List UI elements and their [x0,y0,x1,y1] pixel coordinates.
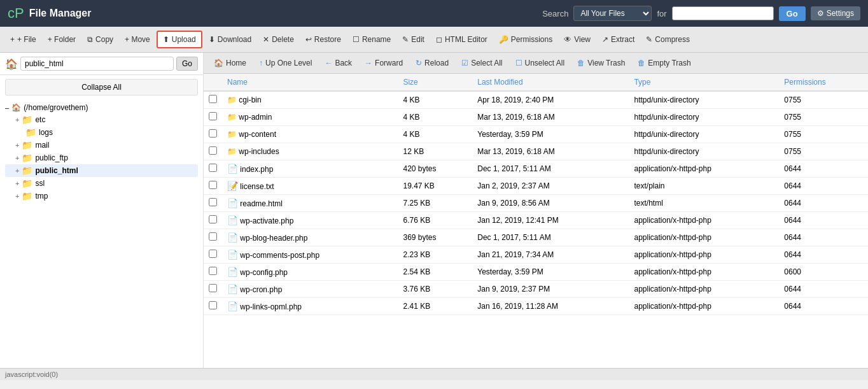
row-type: application/x-httpd-php [629,264,779,281]
row-size: 19.47 KB [398,178,472,195]
html-editor-button[interactable]: ◻ HTML Editor [431,32,493,47]
path-go-button[interactable]: Go [176,57,198,71]
tree-item-home[interactable]: – 🏠 (/home/grovethem) [5,102,198,113]
row-checkbox[interactable] [209,215,217,223]
expand-icon: + [15,192,19,200]
row-type: text/html [629,195,779,212]
tree-item-public-html[interactable]: + 📁 public_html [5,164,198,177]
row-checkbox[interactable] [209,164,217,172]
table-row[interactable]: 📁 cgi-bin 4 KB Apr 18, 2019, 2:40 PM htt… [204,91,868,109]
folder-icon: 📁 [22,178,32,188]
tree-item-tmp[interactable]: + 📁 tmp [5,190,198,202]
row-permissions: 0755 [779,126,868,143]
settings-button[interactable]: ⚙ Settings [811,6,860,20]
table-row[interactable]: 📄 wp-links-opml.php 2.41 KB Jan 16, 2019… [204,298,868,315]
row-name[interactable]: 📄 readme.html [222,195,398,212]
table-row[interactable]: 📄 readme.html 7.25 KB Jan 9, 2019, 8:56 … [204,195,868,212]
search-input[interactable] [672,6,774,20]
search-for-label: for [657,9,666,18]
forward-button[interactable]: → Forward [360,56,408,70]
row-checkbox[interactable] [209,146,217,155]
row-name[interactable]: 📄 index.php [222,160,398,178]
row-checkbox[interactable] [209,267,217,275]
row-name[interactable]: 📁 wp-content [222,126,398,143]
compress-button[interactable]: ✎ Compress [641,32,695,47]
table-row[interactable]: 📁 wp-admin 4 KB Mar 13, 2019, 6:18 AM ht… [204,109,868,126]
table-row[interactable]: 📝 license.txt 19.47 KB Jan 2, 2019, 2:37… [204,178,868,195]
search-scope-select[interactable]: All Your Files File Names Only File Cont… [573,6,652,21]
row-checkbox[interactable] [209,284,217,292]
table-row[interactable]: 📄 wp-blog-header.php 369 bytes Dec 1, 20… [204,229,868,246]
row-checkbox[interactable] [209,250,217,258]
unselect-all-button[interactable]: ☐ Unselect All [510,56,570,70]
row-name[interactable]: 📁 cgi-bin [222,91,398,109]
edit-button[interactable]: ✎ Edit [397,32,430,47]
table-row[interactable]: 📁 wp-content 4 KB Yesterday, 3:59 PM htt… [204,126,868,143]
table-row[interactable]: 📁 wp-includes 12 KB Mar 13, 2019, 6:18 A… [204,143,868,160]
table-row[interactable]: 📄 index.php 420 bytes Dec 1, 2017, 5:11 … [204,160,868,178]
row-name[interactable]: 📄 wp-activate.php [222,212,398,229]
column-size[interactable]: Size [398,74,472,91]
permissions-button[interactable]: 🔑 Permissions [494,32,557,47]
tree-item-public-ftp[interactable]: + 📁 public_ftp [5,152,198,164]
table-row[interactable]: 📄 wp-config.php 2.54 KB Yesterday, 3:59 … [204,264,868,281]
row-checkbox[interactable] [209,129,217,138]
extract-button[interactable]: ↗ Extract [597,32,640,47]
search-go-button[interactable]: Go [779,6,806,21]
upload-button[interactable]: ⬆ Upload [157,31,202,48]
collapse-all-button[interactable]: Collapse All [5,79,198,95]
row-checkbox[interactable] [209,112,217,120]
table-row[interactable]: 📄 wp-activate.php 6.76 KB Jan 12, 2019, … [204,212,868,229]
row-name[interactable]: 📄 wp-links-opml.php [222,298,398,315]
column-modified[interactable]: Last Modified [472,74,629,91]
row-name[interactable]: 📝 license.txt [222,178,398,195]
home-nav-button[interactable]: 🏠 Home [209,56,251,70]
column-type[interactable]: Type [629,74,779,91]
rename-button[interactable]: ☐ Rename [347,32,396,47]
nav-bar: 🏠 Home ↑ Up One Level ← Back → Forward ↻… [204,53,868,74]
row-name[interactable]: 📄 wp-blog-header.php [222,229,398,246]
select-all-button[interactable]: ☑ Select All [456,56,507,70]
row-type: application/x-httpd-php [629,281,779,298]
restore-button[interactable]: ↩ Restore [300,32,346,47]
tree-item-ssl[interactable]: + 📁 ssl [5,177,198,190]
new-file-button[interactable]: + + File [5,32,41,47]
row-checkbox[interactable] [209,181,217,189]
up-level-button[interactable]: ↑ Up One Level [254,56,317,70]
download-button[interactable]: ⬇ Download [204,32,256,47]
row-permissions: 0644 [779,298,868,315]
reload-button[interactable]: ↻ Reload [410,56,454,70]
tree-item-etc[interactable]: + 📁 etc [5,113,198,126]
row-name[interactable]: 📁 wp-includes [222,143,398,160]
row-name[interactable]: 📄 wp-cron.php [222,281,398,298]
row-checkbox[interactable] [209,95,217,103]
row-checkbox[interactable] [209,198,217,206]
row-type: text/plain [629,178,779,195]
row-name[interactable]: 📄 wp-comments-post.php [222,246,398,264]
new-folder-button[interactable]: + Folder [43,32,81,47]
tree-item-mail[interactable]: + 📁 mail [5,139,198,152]
status-bar: javascript:void(0) [0,368,868,380]
view-trash-button[interactable]: 🗑 View Trash [572,56,630,70]
path-input[interactable] [20,57,174,71]
column-name[interactable]: Name [222,74,398,91]
row-modified: Dec 1, 2017, 5:11 AM [472,160,629,178]
tree-item-logs[interactable]: 📁 logs [5,126,198,139]
row-permissions: 0644 [779,212,868,229]
table-row[interactable]: 📄 wp-comments-post.php 2.23 KB Jan 21, 2… [204,246,868,264]
row-size: 369 bytes [398,229,472,246]
copy-button[interactable]: ⧉ Copy [82,32,118,47]
row-checkbox[interactable] [209,301,217,309]
back-button[interactable]: ← Back [319,56,357,70]
move-button[interactable]: + Move [120,32,155,47]
row-checkbox[interactable] [209,232,217,241]
table-row[interactable]: 📄 wp-cron.php 3.76 KB Jan 9, 2019, 2:37 … [204,281,868,298]
empty-trash-button[interactable]: 🗑 Empty Trash [633,56,696,70]
column-permissions[interactable]: Permissions [779,74,868,91]
row-modified: Dec 1, 2017, 5:11 AM [472,229,629,246]
delete-button[interactable]: ✕ Delete [258,32,299,47]
row-name[interactable]: 📄 wp-config.php [222,264,398,281]
file-table-body: 📁 cgi-bin 4 KB Apr 18, 2019, 2:40 PM htt… [204,91,868,315]
row-name[interactable]: 📁 wp-admin [222,109,398,126]
view-button[interactable]: 👁 View [559,32,596,47]
